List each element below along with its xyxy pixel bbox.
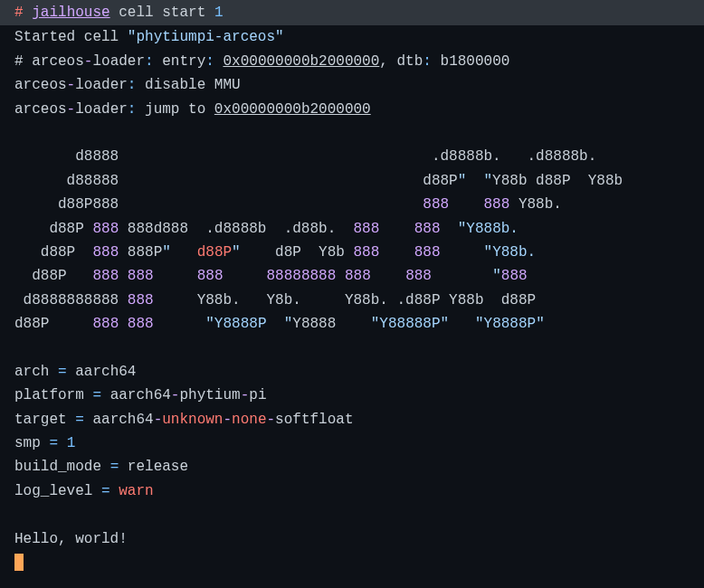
ascii-sp	[466, 173, 483, 189]
loader-line2-b: loader	[75, 77, 128, 93]
ascii-r5-a: d88P	[14, 244, 92, 261]
ascii-r5-sp2: d8P Y8b	[241, 244, 354, 261]
loader-line3-b: loader	[75, 101, 128, 118]
colon: :	[128, 101, 137, 118]
ascii-r3-a: d88P888	[14, 196, 423, 213]
ascii-r2-a: d88888 d88P	[14, 173, 458, 189]
ascii-quote: "	[492, 268, 501, 284]
loader-line2-c: disable MMU	[136, 77, 240, 93]
ascii-num: 888	[92, 316, 119, 332]
ascii-sp	[266, 316, 283, 332]
ascii-r2-b: Y88b d88P Y88b	[492, 173, 623, 189]
dash: -	[84, 53, 93, 70]
ascii-num: 888	[92, 268, 119, 284]
target-key: target	[14, 412, 75, 428]
ascii-sp	[449, 316, 475, 332]
ascii-num: 88888888	[267, 268, 337, 284]
ascii-sp	[154, 268, 197, 284]
eq: =	[49, 435, 58, 451]
target-unknown: unknown	[162, 412, 223, 428]
dash: -	[171, 387, 180, 403]
eq: =	[92, 387, 101, 403]
target-v4: softfloat	[275, 412, 353, 428]
ascii-quote: "	[284, 316, 293, 332]
ascii-r4-a: d88P	[14, 221, 92, 237]
ascii-r7-b: Y88b. Y8b. Y88b. .d88P Y88b d88P	[154, 292, 536, 308]
target-none: none	[232, 412, 266, 428]
ascii-num: 888	[128, 292, 154, 308]
ascii-num: 888	[484, 196, 510, 213]
ascii-num: 888	[92, 221, 119, 237]
eq: =	[58, 364, 67, 380]
colon: :	[205, 53, 214, 70]
colon: :	[145, 53, 154, 70]
loader-line1-a: # arceos	[14, 53, 84, 70]
ascii-num: 888	[197, 268, 224, 284]
ascii-quote: "Y88888P"	[354, 316, 450, 332]
colon: :	[128, 77, 137, 93]
ascii-num: 888	[128, 268, 154, 284]
loader-line1-b: loader	[92, 53, 145, 70]
ascii-num: 888	[405, 268, 432, 284]
platform-v1: aarch64	[101, 387, 171, 403]
ascii-d88p: d88P	[197, 244, 232, 261]
ascii-r5-b: 888P	[119, 244, 162, 261]
command-name: jailhouse	[32, 5, 109, 21]
smp-key: smp	[14, 435, 49, 451]
eq: =	[110, 459, 119, 475]
loader-line1-c: entry	[154, 53, 206, 70]
eq: =	[75, 412, 84, 428]
ascii-sp	[379, 221, 414, 237]
dash: -	[67, 77, 76, 93]
loader-line1-d: , dtb	[379, 53, 423, 70]
ascii-num: 888	[353, 221, 379, 237]
ascii-num: 888	[414, 244, 441, 261]
prompt-hash: #	[14, 5, 24, 21]
ascii-r1: d8888 .d8888b. .d8888b.	[14, 148, 596, 165]
started-text: Started cell	[14, 29, 128, 45]
dash: -	[223, 412, 232, 428]
buildmode-key: build_mode	[14, 459, 110, 475]
ascii-num: 888	[92, 244, 119, 261]
buildmode-value: release	[119, 459, 188, 475]
ascii-quote: "	[484, 173, 493, 189]
ascii-quote: "	[162, 244, 171, 261]
started-cell-name: "phytiumpi-arceos"	[128, 29, 284, 45]
ascii-r4-b: 888d888 .d8888b .d88b.	[119, 221, 353, 237]
smp-value: 1	[67, 435, 76, 451]
ascii-sp	[223, 268, 266, 284]
ascii-sp	[154, 316, 206, 332]
jump-address: 0x00000000b2000000	[214, 101, 371, 118]
loader-line3-a: arceos	[14, 101, 67, 118]
command-number: 1	[214, 5, 224, 21]
ascii-sp	[379, 244, 414, 261]
ascii-sp	[119, 268, 128, 284]
ascii-r8-b: Y8888	[292, 316, 353, 332]
ascii-quote: "Y8888P"	[475, 316, 545, 332]
ascii-sp	[371, 268, 405, 284]
loader-line1-e: b1800000	[432, 53, 509, 70]
ascii-r4-c	[441, 221, 458, 237]
ascii-quote: "	[232, 244, 241, 261]
platform-key: platform	[14, 387, 92, 403]
ascii-sp	[441, 244, 484, 261]
ascii-sp	[119, 316, 128, 332]
loader-line2-a: arceos	[14, 77, 67, 93]
ascii-num: 888	[414, 221, 441, 237]
arch-key: arch	[14, 364, 58, 380]
terminal-output: Started cell "phytiumpi-arceos" # arceos…	[0, 25, 704, 574]
ascii-sp	[336, 268, 345, 284]
platform-v2: phytium	[179, 387, 240, 403]
loglevel-value: warn	[119, 483, 153, 499]
dash: -	[241, 387, 250, 403]
ascii-quote: "Y8888P	[205, 316, 266, 332]
dash: -	[266, 412, 275, 428]
ascii-sp	[432, 268, 492, 284]
colon: :	[423, 53, 432, 70]
loglevel-key: log_level	[14, 483, 101, 499]
loader-line3-c: jump to	[136, 101, 214, 118]
dash: -	[67, 101, 76, 118]
target-v1: aarch64	[84, 412, 154, 428]
command-prompt-line: # jailhouse cell start 1	[0, 0, 704, 25]
eq: =	[101, 483, 110, 499]
